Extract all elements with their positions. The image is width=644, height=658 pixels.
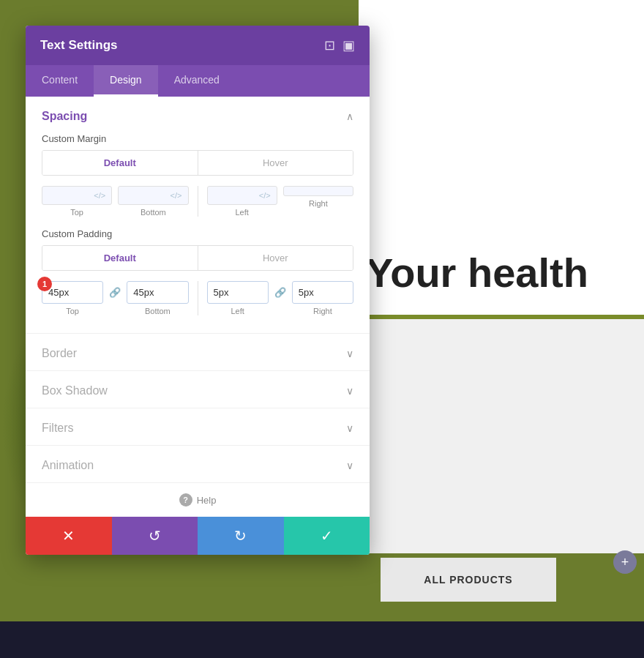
padding-top-label: Top	[66, 307, 79, 315]
border-title: Border	[42, 347, 77, 360]
padding-right-label: Right	[313, 307, 332, 315]
margin-top-pair: </> Top	[42, 186, 112, 217]
padding-left-label: Left	[231, 307, 244, 315]
border-section: Border ∨	[26, 333, 370, 370]
all-products-button[interactable]: ALL PRODUCTS	[381, 558, 556, 602]
margin-lr-group: </> Left Right	[207, 186, 354, 217]
margin-toggle-group: Default Hover	[42, 150, 353, 176]
panel-body: Spacing ∧ Custom Margin Default Hover	[26, 97, 370, 517]
margin-hover-btn[interactable]: Hover	[198, 151, 353, 175]
padding-row-wrapper: 1 45px Top 🔗 45px	[42, 281, 353, 315]
spacing-content: Custom Margin Default Hover </>	[26, 133, 370, 333]
padding-input-row: 45px Top 🔗 45px Bottom	[42, 281, 353, 315]
box-shadow-arrow[interactable]: ∨	[346, 385, 353, 397]
filters-section: Filters ∨	[26, 408, 370, 445]
lr-link-icon[interactable]: 🔗	[274, 281, 286, 315]
padding-lr-group: 5px Left 🔗 5px Right	[207, 281, 354, 315]
animation-arrow[interactable]: ∨	[346, 460, 353, 471]
margin-bottom-code-icon: </>	[171, 191, 182, 200]
spacing-section-header[interactable]: Spacing ∧	[26, 97, 370, 133]
padding-default-btn[interactable]: Default	[42, 246, 198, 270]
panel-footer: ? Help	[26, 482, 370, 517]
margin-divider	[198, 186, 198, 217]
help-button[interactable]: ? Help	[179, 493, 217, 506]
margin-left-label: Left	[235, 208, 248, 217]
margin-bottom-input[interactable]: </>	[118, 186, 188, 205]
animation-section: Animation ∨	[26, 445, 370, 482]
margin-bottom-label: Bottom	[141, 208, 166, 217]
panel-body-inner: Spacing ∧ Custom Margin Default Hover	[26, 97, 370, 517]
help-label: Help	[197, 495, 217, 506]
redo-button[interactable]: ↻	[198, 517, 284, 555]
save-button[interactable]: ✓	[284, 517, 370, 555]
padding-bottom-pair: 45px Bottom	[127, 281, 188, 315]
padding-bottom-input[interactable]: 45px	[127, 281, 188, 304]
padding-hover-btn[interactable]: Hover	[198, 246, 353, 270]
expand-icon[interactable]: ⊡	[324, 37, 335, 53]
padding-tb-group: 45px Top 🔗 45px Bottom	[42, 281, 189, 315]
panel-title: Text Settings	[40, 38, 117, 53]
panel-header-actions: ⊡ ▣	[324, 37, 355, 53]
text-settings-panel: Text Settings ⊡ ▣ Content Design Advance…	[26, 26, 370, 555]
custom-margin-label: Custom Margin	[42, 133, 353, 144]
tab-design[interactable]: Design	[94, 65, 158, 97]
layout-icon[interactable]: ▣	[342, 37, 355, 53]
padding-right-pair: 5px Right	[292, 281, 353, 315]
custom-padding-label: Custom Padding	[42, 228, 353, 239]
plus-button[interactable]: +	[613, 550, 637, 574]
box-shadow-section: Box Shadow ∨	[26, 370, 370, 408]
tb-link-icon[interactable]: 🔗	[109, 281, 121, 315]
bottom-bar	[0, 621, 644, 658]
box-shadow-section-header[interactable]: Box Shadow ∨	[26, 371, 370, 408]
margin-tb-group: </> Top </> Bottom	[42, 186, 189, 217]
tab-content[interactable]: Content	[26, 65, 94, 97]
margin-input-row: </> Top </> Bottom	[42, 186, 353, 217]
dark-section	[359, 319, 644, 553]
padding-left-input[interactable]: 5px	[207, 281, 269, 304]
margin-top-input[interactable]: </>	[42, 186, 112, 205]
help-icon: ?	[179, 493, 192, 506]
padding-divider	[198, 281, 198, 315]
margin-default-btn[interactable]: Default	[42, 151, 198, 175]
border-section-header[interactable]: Border ∨	[26, 334, 370, 370]
padding-toggle-group: Default Hover	[42, 245, 353, 271]
margin-left-pair: </> Left	[207, 186, 277, 217]
close-button[interactable]: ✕	[26, 517, 112, 555]
margin-right-pair: Right	[283, 186, 353, 217]
margin-top-code-icon: </>	[94, 191, 105, 200]
hero-text: Your health	[366, 249, 588, 296]
action-bar: ✕ ↺ ↻ ✓	[26, 517, 370, 555]
filters-title: Filters	[42, 422, 74, 435]
filters-section-header[interactable]: Filters ∨	[26, 408, 370, 445]
change-badge: 1	[37, 277, 52, 291]
margin-left-code-icon: </>	[259, 191, 271, 200]
margin-right-input[interactable]	[283, 186, 353, 196]
animation-section-header[interactable]: Animation ∨	[26, 446, 370, 482]
padding-right-input[interactable]: 5px	[292, 281, 353, 304]
margin-left-input[interactable]: </>	[207, 186, 277, 205]
margin-bottom-pair: </> Bottom	[118, 186, 188, 217]
undo-button[interactable]: ↺	[112, 517, 198, 555]
border-arrow[interactable]: ∨	[346, 348, 353, 359]
tab-advanced[interactable]: Advanced	[158, 65, 236, 97]
margin-right-label: Right	[309, 199, 328, 208]
spacing-title: Spacing	[42, 110, 87, 123]
filters-arrow[interactable]: ∨	[346, 422, 353, 434]
margin-top-label: Top	[70, 208, 83, 217]
animation-title: Animation	[42, 459, 94, 472]
padding-left-pair: 5px Left	[207, 281, 269, 315]
padding-bottom-label: Bottom	[145, 307, 171, 315]
panel-header: Text Settings ⊡ ▣	[26, 26, 370, 65]
spacing-collapse-icon[interactable]: ∧	[346, 111, 353, 122]
panel-tabs: Content Design Advanced	[26, 65, 370, 97]
box-shadow-title: Box Shadow	[42, 384, 108, 397]
help-question-mark: ?	[183, 496, 188, 504]
